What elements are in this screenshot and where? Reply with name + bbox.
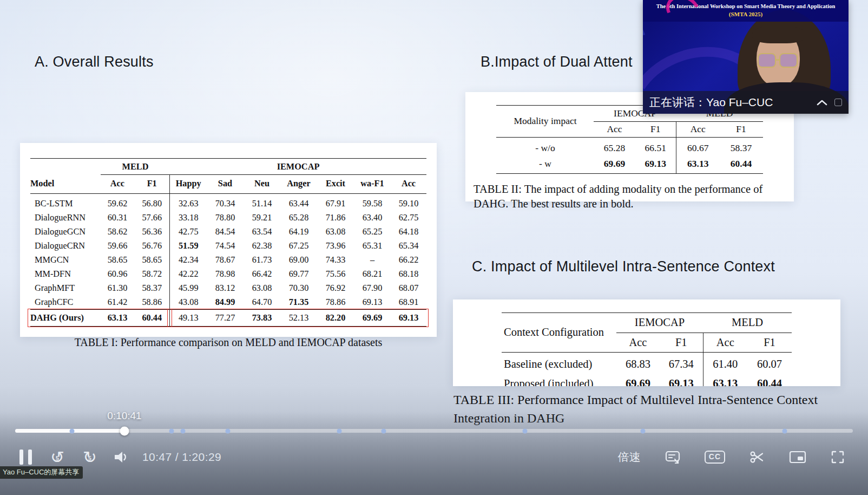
column-header: wa-F1 [354, 174, 391, 193]
column-header: Neu [244, 174, 280, 193]
picture-in-picture-icon [789, 450, 806, 464]
table-row: DialogueGCN58.6256.3642.7584.5463.5464.1… [30, 225, 426, 239]
presenter-glasses [779, 53, 798, 68]
column-header: Anger [280, 174, 317, 193]
table3-panel: Context Configuration IEMOCAP MELD Acc F… [453, 299, 840, 386]
group-header-row: MELD IEMOCAP [30, 159, 426, 175]
table-row: MMGCN58.6558.6542.3478.6761.7369.0074.33… [30, 253, 426, 267]
conference-banner: The 6th International Workshop on Smart … [643, 0, 849, 22]
column-header: Acc [616, 333, 660, 353]
column-header: F1 [635, 121, 676, 138]
progress-marker[interactable] [522, 428, 527, 433]
table-row: Proposed (included)69.6969.1363.1360.44 [502, 374, 792, 386]
row-header: Context Configuration [502, 313, 616, 353]
presenter-glasses [758, 53, 776, 68]
group-header-meld: MELD [703, 313, 792, 333]
row-header: Modality impact [496, 106, 594, 138]
active-speaker-label: 正在讲话：Yao Fu–CUC [649, 95, 773, 110]
progress-bar[interactable]: 0:10:41 [15, 429, 853, 433]
table3-caption: TABLE III: Performance Impact of Multile… [453, 391, 832, 427]
table-row: DAHG (Ours)63.1360.4449.1377.2773.8352.1… [30, 310, 426, 327]
column-header: Acc [703, 333, 747, 353]
group-header-row: Context Configuration IEMOCAP MELD [502, 313, 792, 333]
table-row: - w/o65.2866.5160.6758.37 [496, 138, 762, 157]
column-header: Acc [101, 174, 134, 193]
table-row: - w69.6969.1363.1360.44 [496, 156, 762, 173]
table3-body: Baseline (excluded)68.8367.3461.4060.07P… [502, 353, 792, 386]
panel-mini-icon[interactable] [834, 99, 842, 106]
table-row: DialogueCRN59.6656.7651.5974.5462.3867.2… [30, 239, 426, 253]
column-header: Acc [594, 121, 635, 138]
presenter-fringe [752, 25, 805, 43]
subtitle-notes-button[interactable] [663, 448, 682, 466]
group-header-iemocap: IEMOCAP [616, 313, 703, 333]
progress-marker[interactable] [641, 428, 646, 433]
heading-dual-attention: B.Impact of Dual Attent [481, 54, 633, 70]
progress-tooltip: 0:10:41 [107, 410, 141, 422]
progress-marker[interactable] [337, 428, 342, 433]
table-row: GraphMFT61.3058.3745.9983.1263.0870.3076… [30, 281, 426, 295]
pause-icon [19, 450, 23, 465]
column-header: Acc [391, 174, 426, 193]
table2-caption: TABLE II: The impact of adding modality … [474, 182, 791, 212]
clip-button[interactable] [748, 448, 766, 466]
progress-marker[interactable] [782, 428, 787, 433]
player-controls: ↺5 ↻5 10:47 / 1:20:29 倍速 CC [14, 443, 846, 471]
subtitle-icon [665, 449, 681, 465]
column-header: Acc [676, 121, 720, 138]
table2-body: - w/o65.2866.5160.6758.37- w69.6969.1363… [496, 138, 762, 173]
column-header: F1 [720, 121, 763, 138]
column-header: Sad [207, 174, 244, 193]
speaker-icon [113, 450, 129, 464]
fullscreen-button[interactable] [829, 448, 846, 466]
playback-speed-button[interactable]: 倍速 [617, 448, 642, 466]
pause-button[interactable] [18, 448, 33, 466]
context-config-table: Context Configuration IEMOCAP MELD Acc F… [502, 312, 792, 386]
scissors-icon [749, 449, 765, 465]
presenter-glasses-bridge [776, 59, 780, 61]
column-header-row: Model Acc F1 Happy Sad Neu Anger Excit w… [30, 174, 426, 193]
captions-button[interactable]: CC [703, 450, 726, 465]
group-header-iemocap: IEMOCAP [170, 159, 426, 175]
progress-marker[interactable] [226, 428, 231, 433]
performance-table: MELD IEMOCAP Model Acc F1 Happy Sad Neu … [30, 158, 426, 327]
column-header: F1 [134, 174, 170, 193]
volume-button[interactable] [112, 449, 130, 465]
fullscreen-icon [830, 450, 845, 465]
time-display: 10:47 / 1:20:29 [142, 451, 221, 464]
column-header: Model [30, 174, 101, 193]
progress-markers [15, 429, 853, 433]
progress-marker[interactable] [181, 428, 186, 433]
progress-thumb[interactable] [120, 426, 129, 435]
table-row: MM-DFN60.9658.7242.2278.9866.4269.7775.5… [30, 267, 426, 281]
table1-caption: TABLE I: Performance comparison on MELD … [20, 336, 437, 349]
column-header: F1 [747, 333, 792, 353]
collapse-chevron-icon[interactable] [814, 96, 830, 108]
table-row: Baseline (excluded)68.8367.3461.4060.07 [502, 353, 792, 374]
rewind-5-button[interactable]: ↺5 [49, 448, 65, 467]
group-header-meld: MELD [101, 159, 170, 175]
modality-impact-table: Modality impact IEMOCAP MELD Acc F1 Acc … [496, 105, 762, 174]
group-header-spacer [30, 159, 101, 175]
column-header: Excit [317, 174, 354, 193]
progress-marker[interactable] [382, 428, 386, 433]
table-row: GraphCFC61.4258.8643.0884.9964.7071.3578… [30, 295, 426, 310]
table1-panel: MELD IEMOCAP Model Acc F1 Happy Sad Neu … [20, 143, 437, 337]
progress-marker[interactable] [169, 428, 174, 433]
heading-multilevel-context: C. Impact of Multilevel Intra-Sentence C… [472, 258, 775, 275]
heading-overall-results: A. Overall Results [35, 54, 154, 70]
table1-body: BC-LSTM59.6256.8032.6370.3451.1463.4467.… [30, 193, 426, 326]
webcam-overlay: The 6th International Workshop on Smart … [643, 0, 849, 114]
forward-5-button[interactable]: ↻5 [82, 448, 98, 467]
progress-marker[interactable] [69, 428, 74, 433]
table-row: BC-LSTM59.6256.8032.6370.3451.1463.4467.… [30, 193, 426, 211]
column-header: Happy [170, 174, 207, 193]
screen-share-label: Yao Fu–CUC的屏幕共享 [0, 466, 83, 479]
pip-button[interactable] [788, 449, 807, 465]
table-row: DialogueRNN60.3157.6633.1878.8059.2165.2… [30, 211, 426, 225]
column-header: F1 [660, 333, 703, 353]
cc-icon: CC [705, 451, 725, 464]
active-speaker-bar: 正在讲话：Yao Fu–CUC [643, 91, 849, 114]
